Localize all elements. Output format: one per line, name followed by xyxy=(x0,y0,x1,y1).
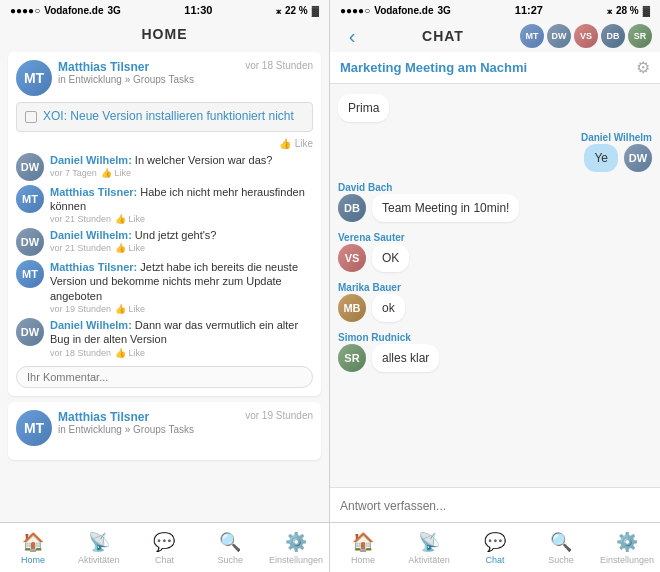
comment-meta-3: vor 21 Stunden 👍 Like xyxy=(50,243,216,253)
comment-like-4[interactable]: 👍 Like xyxy=(115,304,145,314)
left-tab-bar: 🏠 Home 📡 Aktivitäten 💬 Chat 🔍 Suche ⚙️ E… xyxy=(0,522,329,572)
comment-like-3[interactable]: 👍 Like xyxy=(115,243,145,253)
avatar-matthias-post2: MT xyxy=(16,410,52,446)
back-button[interactable]: ‹ xyxy=(338,22,366,50)
left-tab-settings-label: Einstellungen xyxy=(269,555,323,565)
comment-row-1: DW Daniel Wilhelm: In welcher Version wa… xyxy=(16,153,313,181)
comment-text-2: Matthias Tilsner: Habe ich nicht mehr he… xyxy=(50,185,313,214)
feed-author-matthias: Matthias Tilsner xyxy=(58,60,239,74)
gear-icon[interactable]: ⚙ xyxy=(636,58,650,77)
comment-author-5: Daniel Wilhelm: xyxy=(50,319,135,331)
like-row-1: 👍 Like xyxy=(16,138,313,149)
msg-daniel-outgoing: Daniel Wilhelm DW Ye xyxy=(338,132,652,172)
feed-location-1: in Entwicklung » Groups Tasks xyxy=(58,74,239,85)
avatar-matthias: MT xyxy=(16,60,52,96)
avatar-matthias-2: MT xyxy=(16,185,44,213)
chat-header: Marketing Meeting am Nachmi ⚙ xyxy=(330,52,660,84)
comment-body-1: In welcher Version war das? xyxy=(135,154,273,166)
left-status-bar: ●●●●○ Vodafone.de 3G 11:30 ⁎ 22 % ▓ xyxy=(0,0,329,20)
right-network: 3G xyxy=(437,5,450,16)
avatar-simon-chat: SR xyxy=(338,344,366,372)
comment-text-1: Daniel Wilhelm: In welcher Version war d… xyxy=(50,153,272,167)
left-battery-info: ⁎ 22 % ▓ xyxy=(276,5,319,16)
comment-time-1: vor 7 Tagen xyxy=(50,168,97,178)
msg-david: David Bach DB Team Meeting in 10min! xyxy=(338,182,652,222)
feed-time-1: vor 18 Stunden xyxy=(245,60,313,71)
left-battery-icon: ▓ xyxy=(312,5,319,16)
feed-location-2: in Entwicklung » Groups Tasks xyxy=(58,424,239,435)
avatar-daniel-chat: DW xyxy=(624,144,652,172)
avatar-daniel-1: DW xyxy=(16,153,44,181)
comment-time-2: vor 21 Stunden xyxy=(50,214,111,224)
msg-sender-marika: Marika Bauer xyxy=(338,282,401,293)
like-thumb-icon: 👍 xyxy=(279,138,291,149)
feed: MT Matthias Tilsner in Entwicklung » Gro… xyxy=(0,46,329,522)
left-tab-home[interactable]: 🏠 Home xyxy=(0,523,66,572)
comment-like-1[interactable]: 👍 Like xyxy=(101,168,131,178)
chat-messages: Prima Daniel Wilhelm DW Ye David Bach DB… xyxy=(330,84,660,487)
left-tab-search-label: Suche xyxy=(218,555,244,565)
avatar-verena-chat: VS xyxy=(338,244,366,272)
right-tab-settings-label: Einstellungen xyxy=(600,555,654,565)
comment-row-3: DW Daniel Wilhelm: Und jetzt geht's? vor… xyxy=(16,228,313,256)
comment-text-3: Daniel Wilhelm: Und jetzt geht's? xyxy=(50,228,216,242)
left-tab-settings[interactable]: ⚙️ Einstellungen xyxy=(263,523,329,572)
search-icon-left: 🔍 xyxy=(219,531,241,553)
chat-input[interactable] xyxy=(340,499,650,513)
right-tab-activities[interactable]: 📡 Aktivitäten xyxy=(396,523,462,572)
msg-sender-daniel: Daniel Wilhelm xyxy=(581,132,652,143)
home-icon-left: 🏠 xyxy=(22,531,44,553)
comment-meta-2: vor 21 Stunden 👍 Like xyxy=(50,214,313,224)
msg-bubble-daniel: Ye xyxy=(584,144,618,172)
left-tab-chat[interactable]: 💬 Chat xyxy=(132,523,198,572)
right-tab-chat[interactable]: 💬 Chat xyxy=(462,523,528,572)
task-checkbox-1[interactable] xyxy=(25,111,37,123)
left-tab-activities[interactable]: 📡 Aktivitäten xyxy=(66,523,132,572)
comment-like-5[interactable]: 👍 Like xyxy=(115,348,145,358)
right-signal-dots: ●●●●○ xyxy=(340,5,370,16)
right-status-bar: ●●●●○ Vodafone.de 3G 11:27 ⁎ 28 % ▓ xyxy=(330,0,660,20)
settings-icon-left: ⚙️ xyxy=(285,531,307,553)
right-carrier-info: ●●●●○ Vodafone.de 3G xyxy=(340,5,451,16)
settings-icon-right: ⚙️ xyxy=(616,531,638,553)
msg-simon: Simon Rudnick SR alles klar xyxy=(338,332,652,372)
comment-body-3: Und jetzt geht's? xyxy=(135,229,217,241)
right-tab-home[interactable]: 🏠 Home xyxy=(330,523,396,572)
msg-sender-david: David Bach xyxy=(338,182,392,193)
left-tab-search[interactable]: 🔍 Suche xyxy=(197,523,263,572)
left-bluetooth-icon: ⁎ xyxy=(276,5,281,16)
task-title-1: XOI: Neue Version installieren funktioni… xyxy=(43,109,294,125)
left-carrier-info: ●●●●○ Vodafone.de 3G xyxy=(10,5,121,16)
msg-prima: Prima xyxy=(338,92,589,122)
chat-header-title: Marketing Meeting am Nachmi xyxy=(340,60,527,75)
right-tab-bar: 🏠 Home 📡 Aktivitäten 💬 Chat 🔍 Suche ⚙️ E… xyxy=(330,522,660,572)
right-time: 11:27 xyxy=(515,4,543,16)
msg-sender-simon: Simon Rudnick xyxy=(338,332,411,343)
right-battery-info: ⁎ 28 % ▓ xyxy=(607,5,650,16)
comment-input-1[interactable] xyxy=(16,366,313,388)
feed-item-1: MT Matthias Tilsner in Entwicklung » Gro… xyxy=(8,52,321,396)
comment-meta-5: vor 18 Stunden 👍 Like xyxy=(50,348,313,358)
task-box-1[interactable]: XOI: Neue Version installieren funktioni… xyxy=(16,102,313,132)
right-tab-home-label: Home xyxy=(351,555,375,565)
feed-item-1-header: MT Matthias Tilsner in Entwicklung » Gro… xyxy=(16,60,313,96)
comment-time-4: vor 19 Stunden xyxy=(50,304,111,314)
comment-time-5: vor 18 Stunden xyxy=(50,348,111,358)
comment-like-2[interactable]: 👍 Like xyxy=(115,214,145,224)
right-tab-chat-label: Chat xyxy=(485,555,504,565)
left-signal-dots: ●●●●○ xyxy=(10,5,40,16)
top-avatar-1: MT xyxy=(520,24,544,48)
comment-row-2: MT Matthias Tilsner: Habe ich nicht mehr… xyxy=(16,185,313,225)
right-tab-search[interactable]: 🔍 Suche xyxy=(528,523,594,572)
right-tab-search-label: Suche xyxy=(548,555,574,565)
feed-item-2-meta: Matthias Tilsner in Entwicklung » Groups… xyxy=(58,410,239,435)
comment-author-3: Daniel Wilhelm: xyxy=(50,229,135,241)
like-label-1[interactable]: Like xyxy=(295,138,313,149)
comment-author-4: Matthias Tilsner: xyxy=(50,261,140,273)
msg-bubble-simon: alles klar xyxy=(372,344,439,372)
right-tab-settings[interactable]: ⚙️ Einstellungen xyxy=(594,523,660,572)
left-battery: 22 % xyxy=(285,5,308,16)
top-avatar-3: VS xyxy=(574,24,598,48)
left-tab-activities-label: Aktivitäten xyxy=(78,555,120,565)
left-panel: ●●●●○ Vodafone.de 3G 11:30 ⁎ 22 % ▓ HOME… xyxy=(0,0,330,572)
